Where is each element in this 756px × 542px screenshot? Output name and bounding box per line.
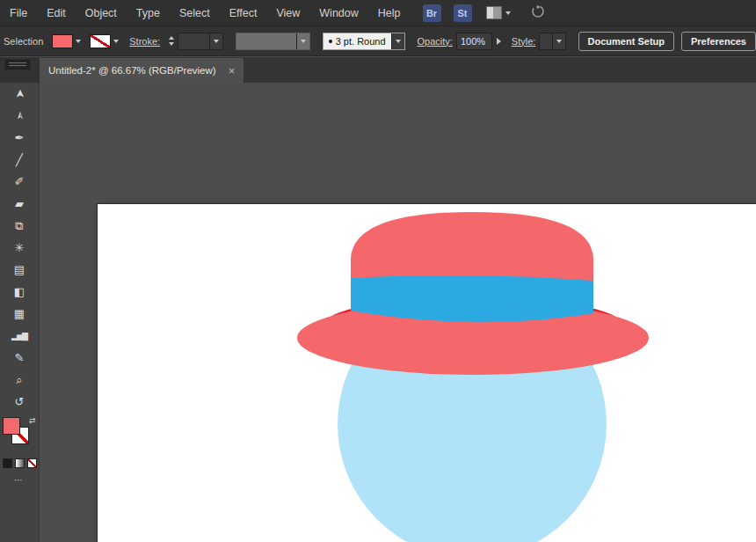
scale-tool-icon: ⧉ [15, 219, 23, 233]
selection-tool-icon: ➤ [13, 89, 26, 99]
menu-view[interactable]: View [266, 0, 309, 26]
tools-panel: ➤ ➣ ✒ ╱ ✐ ▰ ⧉ ✳ ▤ ◧ ▦ ▂▅▇ ✎ ⌕ ↺ ⇄ ⋯ [0, 83, 40, 542]
menu-bar: File Edit Object Type Select Effect View… [0, 0, 756, 26]
line-tool-icon: ╱ [16, 153, 23, 166]
chevron-down-icon[interactable] [552, 33, 565, 49]
column-graph-tool[interactable]: ▂▅▇ [0, 325, 40, 347]
gradient-tool-icon: ◧ [14, 285, 25, 298]
stroke-weight-stepper[interactable] [169, 36, 174, 46]
stroke-color-control[interactable] [90, 34, 119, 48]
bridge-icon[interactable]: Br [423, 4, 441, 22]
selection-mode-label: Selection [4, 36, 43, 47]
rotate-view-tool-icon: ↺ [15, 395, 25, 408]
chevron-down-icon[interactable] [391, 33, 404, 49]
draw-modes-icon[interactable]: ⋯ [14, 475, 25, 485]
chevron-down-icon [296, 33, 309, 49]
menu-effect[interactable]: Effect [220, 0, 267, 26]
menu-help[interactable]: Help [368, 0, 411, 26]
artboard-tool-icon: ▤ [14, 263, 25, 276]
swap-fill-stroke-icon[interactable]: ⇄ [29, 416, 36, 425]
arrange-documents-icon[interactable] [486, 6, 511, 19]
toolbar-panel-grip[interactable] [5, 60, 30, 70]
opacity-input[interactable]: 100% [456, 33, 492, 50]
column-graph-tool-icon: ▂▅▇ [11, 332, 27, 341]
color-mode-buttons [3, 458, 37, 468]
free-transform-tool-icon: ✳ [15, 241, 25, 254]
paintbrush-tool[interactable]: ✐ [0, 171, 40, 193]
direct-selection-tool-icon: ➣ [13, 111, 26, 121]
menu-window[interactable]: Window [309, 0, 367, 26]
fill-stroke-indicator[interactable]: ⇄ [0, 414, 40, 453]
stroke-color-swatch[interactable] [90, 34, 111, 48]
chevron-down-icon [76, 40, 81, 43]
gradient-tool[interactable]: ◧ [0, 281, 40, 303]
chevron-down-icon [505, 11, 511, 15]
stepper-down-icon[interactable] [169, 42, 174, 46]
tab-close-icon[interactable]: × [229, 65, 236, 77]
pencil-tool-icon: ✎ [15, 351, 25, 364]
zoom-tool-icon: ⌕ [16, 373, 22, 387]
pen-tool-icon: ✒ [15, 131, 25, 144]
opacity-expand-icon[interactable] [497, 38, 501, 45]
chevron-down-icon[interactable] [209, 33, 222, 49]
mesh-tool-icon: ▦ [14, 307, 25, 320]
free-transform-tool[interactable]: ✳ [0, 237, 40, 259]
hat-band-shape[interactable] [351, 275, 593, 322]
scale-tool[interactable]: ⧉ [0, 215, 40, 237]
menu-object[interactable]: Object [76, 0, 127, 26]
paintbrush-tool-icon: ✐ [15, 175, 25, 188]
tabstrip-corner [0, 57, 40, 83]
fill-color-control[interactable] [52, 34, 81, 48]
zoom-tool[interactable]: ⌕ [0, 369, 40, 391]
selection-tool[interactable]: ➤ [0, 83, 40, 105]
document-tab[interactable]: Untitled-2* @ 66.67% (RGB/Preview) × [40, 58, 244, 83]
stroke-panel-link[interactable]: Stroke: [129, 36, 160, 47]
none-button[interactable] [27, 458, 37, 468]
opacity-value: 100% [457, 36, 491, 47]
style-select[interactable] [539, 33, 565, 50]
brush-definition-value: 3 pt. Round [332, 36, 391, 47]
fill-swatch[interactable] [3, 417, 20, 435]
brush-definition-select[interactable]: 3 pt. Round [323, 33, 405, 50]
line-segment-tool[interactable]: ╱ [0, 149, 40, 171]
stepper-up-icon[interactable] [169, 36, 174, 40]
fill-color-swatch[interactable] [52, 34, 73, 48]
pen-tool[interactable]: ✒ [0, 127, 40, 149]
menu-file[interactable]: File [0, 0, 37, 26]
preferences-button[interactable]: Preferences [681, 32, 756, 51]
artboard-tool[interactable]: ▤ [0, 259, 40, 281]
stock-icon[interactable]: St [454, 4, 472, 22]
mesh-tool[interactable]: ▦ [0, 303, 40, 325]
document-setup-button[interactable]: Document Setup [578, 32, 674, 51]
share-icon[interactable] [530, 4, 546, 23]
menu-select[interactable]: Select [170, 0, 220, 26]
eraser-tool[interactable]: ▰ [0, 193, 40, 215]
width-profile-select [236, 33, 310, 50]
menu-type[interactable]: Type [127, 0, 170, 26]
document-tab-title: Untitled-2* @ 66.67% (RGB/Preview) [48, 65, 216, 76]
document-tab-strip: Untitled-2* @ 66.67% (RGB/Preview) × [0, 57, 756, 83]
pencil-tool[interactable]: ✎ [0, 347, 40, 369]
style-panel-link[interactable]: Style: [512, 36, 536, 47]
canvas-pasteboard[interactable] [40, 83, 756, 542]
chevron-down-icon [113, 40, 119, 43]
artwork-svg [98, 204, 756, 542]
control-bar: Selection Stroke: 3 pt. Round Opacity: 1… [0, 26, 756, 56]
artboard[interactable] [97, 203, 756, 542]
opacity-panel-link[interactable]: Opacity: [418, 36, 453, 47]
menu-edit[interactable]: Edit [37, 0, 76, 26]
rotate-view-tool[interactable]: ↺ [0, 391, 40, 413]
eraser-tool-icon: ▰ [15, 197, 24, 210]
stroke-weight-select[interactable] [178, 33, 222, 50]
gradient-button[interactable] [15, 458, 25, 468]
layout-pane-icon [486, 6, 502, 19]
color-button[interactable] [3, 458, 12, 468]
direct-selection-tool[interactable]: ➣ [0, 105, 40, 127]
